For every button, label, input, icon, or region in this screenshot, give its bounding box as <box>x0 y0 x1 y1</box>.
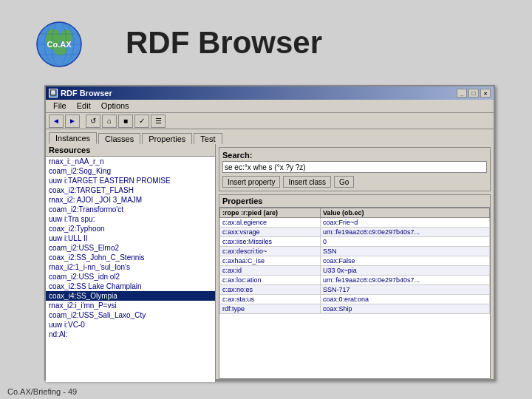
prop-value: SSN-717 <box>320 285 489 295</box>
instance-item[interactable]: rnax_i2: AJOI _JOI 3_MAJM <box>46 195 215 205</box>
rdf-browser-window: 🔲 RDF Browser _ □ × File Edit Options ◄ … <box>44 85 495 381</box>
table-row[interactable]: c:ax:al.egience coax:Frie~d <box>220 218 490 228</box>
properties-section: Properties :rope :r:pied (are) Value (ob… <box>219 194 491 379</box>
table-row[interactable]: c:axx:vsrage um::fe19aa2c8:c9:0e297b40s7… <box>220 228 490 237</box>
instance-item[interactable]: coax_i2:Typhoon <box>46 224 215 233</box>
instance-item[interactable]: coax_i2:SS_John_C_Stennis <box>46 253 215 262</box>
window-titlebar: 🔲 RDF Browser _ □ × <box>46 86 494 100</box>
svg-text:Co.AX: Co.AX <box>47 40 72 49</box>
instance-item[interactable]: uuw i:TARGET EASTERN PROMISE <box>46 176 215 185</box>
logo-globe: Co.AX <box>30 13 89 72</box>
back-button[interactable]: ◄ <box>49 115 64 128</box>
instance-item[interactable]: uuw i:ULL II <box>46 233 215 243</box>
search-label: Search: <box>222 151 487 160</box>
left-panel: Resources rnax_i:_nAA_r_ncoam_i2:Sog_Kin… <box>46 144 216 382</box>
right-panel: Search: Insert property Insert class Go … <box>216 144 494 382</box>
search-input[interactable] <box>222 161 487 173</box>
table-row[interactable]: c:ax:iise:Missiles 0 <box>220 237 490 247</box>
prop-value: 0 <box>320 237 489 247</box>
table-row[interactable]: c:ax:descri:tio~ SSN <box>220 247 490 256</box>
prop-value: U33 0x~pia <box>320 266 489 276</box>
prop-name: c:axhaa:C_ise <box>220 256 321 266</box>
home-button[interactable]: ⌂ <box>102 115 117 128</box>
search-section: Search: Insert property Insert class Go <box>219 147 491 191</box>
prop-name: c:ax:loc:ation <box>220 276 321 285</box>
instance-item[interactable]: rnax_i2:i_i'mn_P=vsi <box>46 301 215 310</box>
forward-button[interactable]: ► <box>65 115 80 128</box>
window-controls: _ □ × <box>457 89 491 98</box>
prop-name: c:ax:no:es <box>220 285 321 295</box>
prop-name: rdf:type <box>220 304 321 314</box>
tab-test[interactable]: Test <box>194 133 222 144</box>
properties-header: Properties <box>219 195 490 208</box>
insert-property-button[interactable]: Insert property <box>222 176 280 188</box>
stop-button[interactable]: ■ <box>118 115 133 128</box>
view-button[interactable]: ☰ <box>151 115 166 128</box>
prop-name: c:ax:descri:tio~ <box>220 247 321 256</box>
prop-value: coax:Ship <box>320 304 489 314</box>
prop-value: coax:Frie~d <box>320 218 489 228</box>
prop-value: um::fe19aa2c8:c9:0e297b40s7... <box>320 276 489 285</box>
go-button[interactable]: Go <box>334 176 354 188</box>
instance-list[interactable]: rnax_i:_nAA_r_ncoam_i2:Sog_Kinguuw i:TAR… <box>46 157 215 382</box>
prop-value: SSN <box>320 247 489 256</box>
prop-value: um::fe19aa2c8:c9:0e297b40s7... <box>320 228 489 237</box>
table-row[interactable]: c:ax:no:es SSN-717 <box>220 285 490 295</box>
search-buttons: Insert property Insert class Go <box>222 176 487 188</box>
table-row[interactable]: rdf:type coax:Ship <box>220 304 490 314</box>
instances-header: Resources <box>46 144 215 157</box>
instance-item[interactable]: rnax_i2:1_i-nn_'sul_Ion's <box>46 262 215 272</box>
instance-item[interactable]: nd:Al: <box>46 330 215 339</box>
col-property-header: :rope :r:pied (are) <box>220 208 321 218</box>
close-button[interactable]: × <box>480 89 491 98</box>
instance-item[interactable]: coax_i4:SS_Olympia <box>46 291 215 301</box>
instance-item[interactable]: coax_i2:SS Lake Champlain <box>46 282 215 291</box>
menu-bar: File Edit Options <box>46 100 494 113</box>
tab-properties[interactable]: Properties <box>142 133 192 144</box>
instance-item[interactable]: coax_i2:TARGET_FLASH <box>46 185 215 195</box>
maximize-button[interactable]: □ <box>468 89 479 98</box>
window-title-text: RDF Browser <box>61 89 112 98</box>
table-row[interactable]: c:ax:loc:ation um::fe19aa2c8:c9:0e297b40… <box>220 276 490 285</box>
col-value-header: Value (ob.ec) <box>320 208 489 218</box>
instance-item[interactable]: uuw i:Tra spu: <box>46 214 215 224</box>
instance-item[interactable]: coam_i2:Sog_King <box>46 166 215 176</box>
tab-classes[interactable]: Classes <box>98 133 140 144</box>
window-icon: 🔲 <box>49 89 58 98</box>
instance-item[interactable]: coam_i2:USS_Elmo2 <box>46 243 215 253</box>
prop-name: c:ax:iise:Missiles <box>220 237 321 247</box>
prop-name: c:axx:vsrage <box>220 228 321 237</box>
table-row[interactable]: c:ax:sta:us coax:0:erat:ona <box>220 295 490 304</box>
instance-item[interactable]: coam_i2:USS_idn ol2 <box>46 272 215 282</box>
prop-value: coax:False <box>320 256 489 266</box>
prop-name: c:ax:al.egience <box>220 218 321 228</box>
refresh-button[interactable]: ↺ <box>86 115 100 128</box>
instance-item[interactable]: uuw i:VC-0 <box>46 320 215 330</box>
prop-name: c:ax:id <box>220 266 321 276</box>
main-content: Resources rnax_i:_nAA_r_ncoam_i2:Sog_Kin… <box>46 144 494 382</box>
logo-container: Co.AX <box>15 7 103 78</box>
prop-value: coax:0:erat:ona <box>320 295 489 304</box>
search-input-row <box>222 161 487 173</box>
prop-name: c:ax:sta:us <box>220 295 321 304</box>
menu-edit[interactable]: Edit <box>72 101 95 111</box>
properties-table: :rope :r:pied (are) Value (ob.ec) c:ax:a… <box>219 208 490 378</box>
minimize-button[interactable]: _ <box>457 89 467 98</box>
check-button[interactable]: ✓ <box>134 115 149 128</box>
instance-item[interactable]: rnax_i:_nAA_r_n <box>46 157 215 166</box>
menu-file[interactable]: File <box>49 101 71 111</box>
tab-instances[interactable]: Instances <box>49 132 97 144</box>
tabs-bar: Instances Classes Properties Test <box>46 129 494 144</box>
insert-class-button[interactable]: Insert class <box>283 176 331 188</box>
app-title: RDF Browser <box>126 25 322 61</box>
table-row[interactable]: c:axhaa:C_ise coax:False <box>220 256 490 266</box>
instance-item[interactable]: coam_i2:USS_Sali_Laxo_Cty <box>46 310 215 320</box>
footer-text: Co.AX/Briefing - 49 <box>7 387 77 396</box>
menu-options[interactable]: Options <box>97 101 134 111</box>
header: Co.AX RDF Browser <box>0 0 532 85</box>
window-title: 🔲 RDF Browser <box>49 89 112 98</box>
toolbar: ◄ ► ↺ ⌂ ■ ✓ ☰ <box>46 113 494 129</box>
table-row[interactable]: c:ax:id U33 0x~pia <box>220 266 490 276</box>
instance-item[interactable]: coam_i2:Transformo'ct <box>46 205 215 214</box>
